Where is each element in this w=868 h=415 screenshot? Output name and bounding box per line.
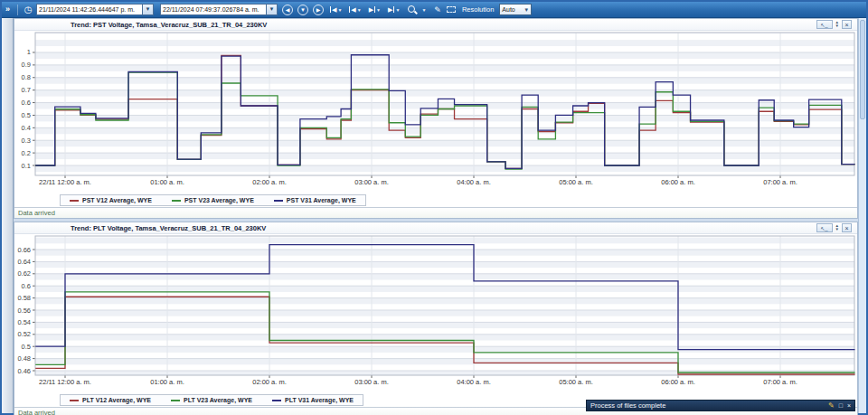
pst-legend-row: PST V12 Average, WYEPST V23 Average, WYE… — [14, 193, 857, 207]
svg-text:0.2: 0.2 — [22, 149, 31, 157]
legend-item: PLT V31 Average, WYE — [272, 397, 354, 403]
svg-text:0.46: 0.46 — [17, 367, 31, 375]
chevron-down-icon: ▼ — [524, 7, 529, 13]
legend-item: PST V31 Average, WYE — [274, 197, 356, 203]
svg-text:03:00 a. m.: 03:00 a. m. — [354, 178, 389, 186]
svg-text:0.4: 0.4 — [22, 124, 31, 132]
chart-area: Trend: PST Voltage, Tamsa_Veracruz_SUB_2… — [14, 18, 866, 413]
svg-text:01:00 a. m.: 01:00 a. m. — [150, 178, 184, 186]
svg-text:0.5: 0.5 — [22, 343, 31, 351]
end-datetime-input[interactable]: 22/11/2024 07:49:37.026784 a. m. — [160, 4, 267, 15]
pst-legend: PST V12 Average, WYEPST V23 Average, WYE… — [60, 194, 366, 206]
legend-label: PST V12 Average, WYE — [82, 197, 152, 203]
end-datetime-dropdown-button[interactable]: ▼ — [267, 4, 278, 15]
panel-resize-spinner[interactable]: ▲▼ — [835, 224, 839, 231]
start-datetime-control: 21/11/2024 11:42:26.444647 p. m. ▼ — [36, 4, 154, 15]
vertical-scrollbar[interactable] — [858, 18, 866, 413]
selection-grid-button[interactable] — [447, 6, 456, 13]
svg-text:0.7: 0.7 — [22, 86, 31, 94]
svg-text:0.56: 0.56 — [17, 307, 31, 315]
panel-resize-spinner[interactable]: ▲▼ — [835, 21, 839, 28]
sidebar-collapse-button[interactable]: » — [5, 5, 13, 14]
svg-text:0.8: 0.8 — [22, 73, 31, 81]
process-notification-bar: Process of files complete ✎ □ × — [586, 400, 855, 411]
svg-text:0.64: 0.64 — [17, 258, 31, 266]
svg-text:07:00 a. m.: 07:00 a. m. — [763, 378, 797, 386]
workspace: Trend: PST Voltage, Tamsa_Veracruz_SUB_2… — [2, 18, 866, 413]
collapsed-side-panel[interactable] — [2, 18, 14, 413]
zoom-magnifier-button[interactable] — [407, 5, 418, 15]
chevron-down-icon: ▼ — [395, 7, 400, 13]
legend-dash-icon — [70, 400, 79, 401]
svg-text:05:00 a. m.: 05:00 a. m. — [559, 178, 593, 186]
toolbar-separator — [17, 5, 18, 15]
legend-label: PST V31 Average, WYE — [287, 197, 356, 203]
svg-text:04:00 a. m.: 04:00 a. m. — [457, 178, 491, 186]
clock-icon[interactable]: ◷ — [23, 5, 33, 15]
plt-panel-title: Trend: PLT Voltage, Tamsa_Veracruz_SUB_2… — [14, 224, 266, 232]
resolution-label: Resolution — [462, 5, 494, 14]
pst-panel-titlebar: Trend: PST Voltage, Tamsa_Veracruz_SUB_2… — [14, 19, 857, 31]
close-panel-button[interactable]: × — [842, 20, 852, 29]
nav-center-circle-button[interactable]: ▼ — [297, 5, 308, 15]
legend-item: PLT V12 Average, WYE — [70, 397, 151, 403]
svg-text:0.3: 0.3 — [22, 137, 31, 145]
legend-dash-icon — [272, 400, 281, 401]
svg-text:01:00 a. m.: 01:00 a. m. — [150, 378, 184, 386]
legend-dash-icon — [274, 200, 283, 202]
svg-text:0.66: 0.66 — [17, 246, 31, 254]
axis-scale-button[interactable]: ↖_ — [816, 20, 833, 29]
legend-label: PLT V23 Average, WYE — [184, 397, 252, 403]
legend-dash-icon — [171, 400, 180, 401]
svg-text:02:00 a. m.: 02:00 a. m. — [252, 378, 287, 386]
notification-text: Process of files complete — [590, 401, 824, 410]
chevron-down-icon: ▼ — [337, 7, 342, 13]
svg-text:03:00 a. m.: 03:00 a. m. — [354, 378, 389, 386]
resolution-value: Auto — [502, 6, 524, 13]
close-icon[interactable]: × — [847, 402, 851, 409]
step-end-button[interactable]: ▶▼ — [387, 5, 401, 15]
svg-text:05:00 a. m.: 05:00 a. m. — [559, 378, 593, 386]
svg-text:0.1: 0.1 — [22, 162, 31, 170]
legend-item: PLT V23 Average, WYE — [171, 397, 252, 403]
application-window: » ◷ 21/11/2024 11:42:26.444647 p. m. ▼ 2… — [0, 0, 868, 415]
resolution-select[interactable]: Auto ▼ — [499, 4, 532, 15]
svg-text:0.5: 0.5 — [22, 111, 31, 119]
chevron-down-icon: ▼ — [421, 7, 426, 13]
svg-text:07:00 a. m.: 07:00 a. m. — [763, 178, 797, 186]
pst-status-bar: Data arrived — [14, 207, 857, 218]
series-pst-v31-average-wye — [35, 55, 854, 169]
svg-text:04:00 a. m.: 04:00 a. m. — [457, 378, 491, 386]
scrollbar-thumb[interactable] — [860, 20, 865, 119]
plt-legend: PLT V12 Average, WYEPLT V23 Average, WYE… — [60, 394, 363, 406]
annotate-pencil-button[interactable]: ✎ — [434, 5, 441, 15]
svg-text:0.9: 0.9 — [22, 61, 31, 69]
nav-back-circle-button[interactable]: ◀ — [282, 5, 293, 15]
svg-text:0.6: 0.6 — [22, 99, 31, 107]
plt-trend-panel: Trend: PLT Voltage, Tamsa_Veracruz_SUB_2… — [14, 222, 858, 415]
pencil-icon[interactable]: ✎ — [828, 401, 835, 410]
legend-dash-icon — [70, 200, 79, 202]
svg-text:22/11 12:00 a. m.: 22/11 12:00 a. m. — [39, 378, 91, 386]
pst-trend-panel: Trend: PST Voltage, Tamsa_Veracruz_SUB_2… — [14, 18, 858, 219]
nav-forward-circle-button[interactable]: ▶ — [313, 5, 324, 15]
start-datetime-dropdown-button[interactable]: ▼ — [143, 4, 154, 15]
svg-text:0.58: 0.58 — [17, 294, 31, 302]
step-back-button[interactable]: ◀▼ — [348, 5, 362, 15]
svg-text:0.52: 0.52 — [17, 330, 31, 338]
step-forward-button[interactable]: ▶▼ — [368, 5, 382, 15]
axis-scale-button[interactable]: ↖_ — [816, 223, 833, 232]
main-toolbar: » ◷ 21/11/2024 11:42:26.444647 p. m. ▼ 2… — [2, 2, 866, 18]
legend-label: PST V23 Average, WYE — [184, 197, 254, 203]
plt-panel-titlebar: Trend: PLT Voltage, Tamsa_Veracruz_SUB_2… — [14, 222, 857, 234]
start-datetime-input[interactable]: 21/11/2024 11:42:26.444647 p. m. — [36, 4, 143, 15]
step-start-button[interactable]: ◀▼ — [329, 5, 343, 15]
plt-voltage-chart[interactable]: 0.660.640.620.60.580.560.540.520.50.480.… — [14, 234, 857, 393]
close-panel-button[interactable]: × — [842, 223, 852, 232]
chevron-down-icon: ▼ — [376, 7, 381, 13]
pst-voltage-chart[interactable]: 10.90.80.70.60.50.40.30.20.122/11 12:00 … — [14, 31, 857, 193]
svg-text:0.48: 0.48 — [17, 354, 31, 363]
trend-panels: Trend: PST Voltage, Tamsa_Veracruz_SUB_2… — [14, 18, 858, 413]
restore-window-icon[interactable]: □ — [839, 402, 843, 409]
svg-text:1: 1 — [27, 48, 31, 56]
